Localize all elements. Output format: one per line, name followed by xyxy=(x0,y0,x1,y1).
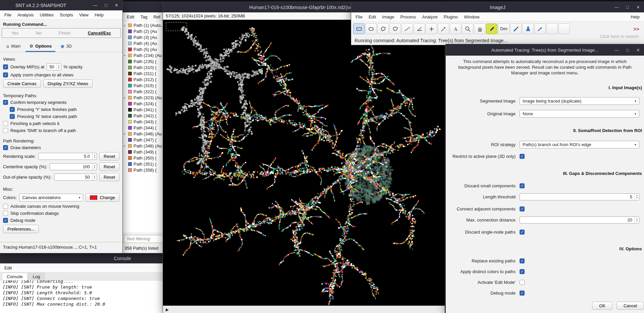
rendering-scale-reset-button[interactable]: Reset xyxy=(99,152,119,161)
overlay-mip-checkbox[interactable]: ✓ xyxy=(3,64,8,69)
distinct-colors-checkbox[interactable]: ✓ xyxy=(520,269,525,274)
arrow-tool-button[interactable] xyxy=(534,23,546,34)
spinner-arrows-icon[interactable] xyxy=(635,217,639,223)
menu-help[interactable]: Help xyxy=(92,11,107,19)
replace-paths-checkbox[interactable]: ✓ xyxy=(520,258,525,263)
close-icon[interactable]: ✕ xyxy=(115,3,118,8)
close-icon[interactable]: ✕ xyxy=(636,48,640,53)
spinner-arrows-icon[interactable] xyxy=(57,64,61,70)
dev-tool-button[interactable]: Dev xyxy=(498,23,509,34)
snt-titlebar[interactable]: SNT v4.2.2-SNAPSHOT — □ ✕ xyxy=(0,0,122,10)
outplane-opacity-reset-button[interactable]: Reset xyxy=(99,173,119,181)
imagej-titlebar[interactable]: ImageJ — □ ✕ xyxy=(351,2,644,12)
discard-single-checkbox[interactable]: ✓ xyxy=(520,230,525,235)
colors-dropdown[interactable]: Canvas annotations ▾ xyxy=(19,194,83,201)
menu-edit[interactable]: Edit xyxy=(1,264,15,272)
tab-main[interactable]: ⌂ Main xyxy=(3,42,24,52)
dialog-titlebar[interactable]: Automated Tracing: Tree(s) from Segmente… xyxy=(446,44,644,56)
menu-plugins[interactable]: Plugins xyxy=(441,13,461,21)
overlay-opacity-stepper[interactable]: 50 xyxy=(47,63,61,70)
press-n-checkbox[interactable]: ✓ xyxy=(10,114,15,119)
expand-icon[interactable]: ▸ xyxy=(123,23,126,27)
expand-icon[interactable]: ▸ xyxy=(123,132,126,135)
tab-console[interactable]: Console xyxy=(2,273,28,280)
apply-zoom-checkbox[interactable]: ✓ xyxy=(3,72,8,77)
menu-analysis[interactable]: Analysis xyxy=(14,11,37,19)
wand-tool-button[interactable] xyxy=(438,23,449,34)
spinner-arrows-icon[interactable] xyxy=(92,153,97,160)
no-button[interactable]: No xyxy=(33,30,44,36)
menu-edit[interactable]: Edit xyxy=(124,13,137,21)
menu-tag[interactable]: Tag xyxy=(137,13,150,21)
expand-icon[interactable]: ▸ xyxy=(123,96,126,99)
freehand-tool-button[interactable] xyxy=(389,23,401,34)
minimize-icon[interactable]: — xyxy=(614,48,619,53)
centerline-opacity-reset-button[interactable]: Reset xyxy=(99,163,119,171)
create-canvas-button[interactable]: Create Canvas xyxy=(3,79,41,88)
maximize-icon[interactable]: □ xyxy=(626,5,629,10)
oval-tool-button[interactable] xyxy=(365,23,377,34)
length-threshold-stepper[interactable]: 5 xyxy=(520,193,639,200)
menu-window[interactable]: Window xyxy=(461,13,482,21)
menu-file[interactable]: File xyxy=(353,13,366,21)
tab-log[interactable]: Log xyxy=(28,273,45,280)
menu-help[interactable]: Help xyxy=(628,13,643,21)
activate-hover-checkbox[interactable] xyxy=(3,204,8,209)
menu-utilities[interactable]: Utilities xyxy=(37,11,57,19)
connect-adjacent-checkbox[interactable]: ✓ xyxy=(520,206,525,211)
text-tool-button[interactable]: A xyxy=(450,23,461,34)
search-input[interactable]: Click here to search xyxy=(600,34,639,39)
spinner-arrows-icon[interactable] xyxy=(92,174,97,180)
debug-mode-checkbox[interactable]: ✓ xyxy=(3,218,8,223)
tab-3d[interactable]: ◉ 3D xyxy=(57,42,75,52)
point-tool-button[interactable] xyxy=(426,23,437,34)
menu-edit[interactable]: Edit xyxy=(366,13,379,21)
maximize-icon[interactable]: □ xyxy=(105,3,107,8)
dialog-debug-checkbox[interactable]: ✓ xyxy=(520,291,525,296)
menu-view[interactable]: View xyxy=(76,11,92,19)
display-zyxz-button[interactable]: Display ZY/XZ Views xyxy=(43,79,93,88)
play-icon[interactable]: ▶ xyxy=(166,307,169,312)
segmented-image-dropdown[interactable]: Image being traced (duplicate) ▾ xyxy=(520,97,639,105)
flood-fill-tool-button[interactable] xyxy=(522,23,534,34)
expand-icon[interactable]: ▸ xyxy=(123,54,126,57)
confirm-segments-checkbox[interactable]: ✓ xyxy=(3,100,8,105)
cancel-esc-button[interactable]: Cancel/Esc xyxy=(85,30,114,36)
roi-strategy-dropdown[interactable]: Path(s) branch out from ROI's edge ▾ xyxy=(520,141,639,148)
image-canvas[interactable] xyxy=(163,20,445,306)
centerline-opacity-stepper[interactable]: 100 xyxy=(50,163,97,170)
restrict-plane-checkbox[interactable]: ✓ xyxy=(520,154,525,159)
minimize-icon[interactable]: — xyxy=(614,5,619,10)
rectangle-tool-button[interactable] xyxy=(353,23,365,34)
close-icon[interactable]: ✕ xyxy=(636,5,640,10)
press-y-checkbox[interactable]: ✓ xyxy=(10,107,15,112)
minimize-icon[interactable]: — xyxy=(93,3,97,8)
rendering-scale-stepper[interactable]: 5.0 xyxy=(38,153,97,160)
menu-file[interactable]: File xyxy=(1,11,14,19)
menu-scripts[interactable]: Scripts xyxy=(57,11,76,19)
maximize-icon[interactable]: □ xyxy=(626,48,629,53)
edit-mode-checkbox[interactable] xyxy=(520,280,525,285)
polygon-tool-button[interactable] xyxy=(377,23,389,34)
menu-process[interactable]: Process xyxy=(397,13,419,21)
outplane-opacity-stepper[interactable]: 50 xyxy=(54,174,97,181)
more-tools-button[interactable]: >> xyxy=(633,26,642,32)
cancel-button[interactable]: Cancel xyxy=(616,302,644,310)
spinner-arrows-icon[interactable] xyxy=(92,164,97,170)
yes-button[interactable]: Yes xyxy=(9,30,21,36)
discard-small-checkbox[interactable]: ✓ xyxy=(520,183,525,188)
change-color-button[interactable]: Change xyxy=(86,193,119,202)
menu-image[interactable]: Image xyxy=(379,13,397,21)
spinner-arrows-icon[interactable] xyxy=(635,194,639,200)
hand-tool-button[interactable] xyxy=(474,23,485,34)
draw-diameters-checkbox[interactable]: ✓ xyxy=(3,145,8,150)
max-distance-stepper[interactable]: 20 xyxy=(520,216,639,224)
menu-refresh[interactable]: Ref xyxy=(150,13,163,21)
line-tool-button[interactable] xyxy=(401,23,413,34)
skip-dialogs-checkbox[interactable] xyxy=(3,211,8,216)
angle-tool-button[interactable] xyxy=(414,23,425,34)
finishing-selects-checkbox[interactable] xyxy=(3,121,8,126)
preferences-button[interactable]: Preferences... xyxy=(3,225,39,233)
ok-button[interactable]: OK xyxy=(592,302,612,310)
tab-options[interactable]: ⚙ Options xyxy=(25,42,55,52)
